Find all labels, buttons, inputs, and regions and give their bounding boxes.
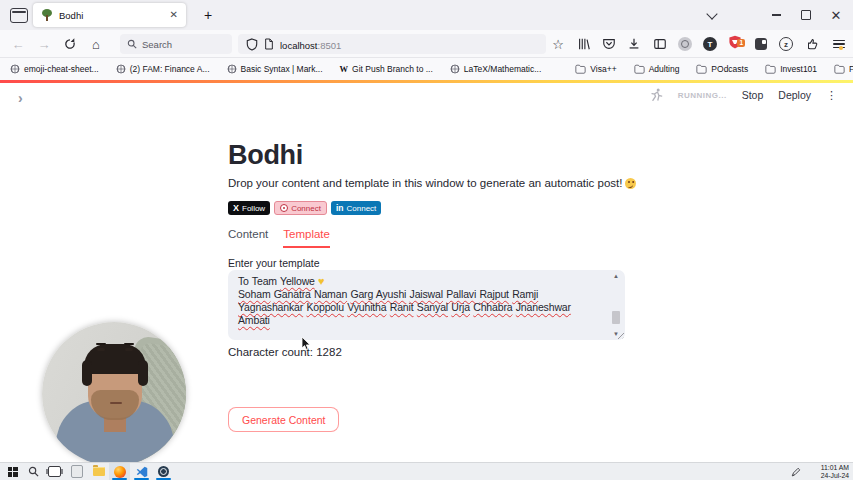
taskbar-clock[interactable]: 11:01 AM 24-Jul-24	[821, 464, 849, 479]
x-logo-icon: X	[233, 203, 239, 213]
globe-icon	[450, 64, 460, 74]
url-port: :8501	[318, 40, 342, 51]
url-host: localhost	[280, 40, 318, 51]
template-textarea-content: To Team Yellowe ♥Soham Ganatra Naman Gar…	[238, 275, 603, 340]
browser-tab[interactable]: Bodhi ✕	[33, 3, 186, 27]
instagram-camera-icon	[280, 204, 288, 212]
x-follow-badge[interactable]: X Follow	[228, 201, 270, 215]
back-icon[interactable]: ←	[6, 30, 30, 58]
bookmark-item[interactable]: W Git Push Branch to ...	[340, 64, 433, 74]
globe-icon	[116, 64, 126, 74]
clock-time: 11:01 AM	[821, 464, 849, 472]
page-info-icon[interactable]	[264, 38, 274, 50]
url-bar[interactable]: localhost:8501	[238, 34, 546, 54]
app-menu-icon[interactable]	[828, 30, 850, 58]
taskbar-search-icon[interactable]	[23, 463, 44, 480]
bookmark-item[interactable]: LaTeX/Mathematic...	[450, 64, 541, 74]
deploy-button[interactable]: Deploy	[778, 89, 811, 101]
search-placeholder: Search	[142, 39, 172, 50]
browser-navbar: ← → ⌂ Search localhost:8501 ☆ T 1	[0, 30, 853, 58]
bookmark-folder[interactable]: Adulting	[634, 64, 680, 74]
tab-content[interactable]: Content	[228, 228, 268, 248]
share-thumbsup-icon[interactable]	[801, 30, 823, 58]
stop-button[interactable]: Stop	[742, 89, 764, 101]
scrollbar-thumb[interactable]	[612, 311, 620, 324]
window-minimize-button[interactable]	[761, 0, 791, 30]
bookmark-folder[interactable]: Free-Time work ons	[834, 64, 853, 74]
start-button[interactable]	[2, 463, 23, 480]
search-icon	[127, 39, 137, 49]
windows-taskbar: 11:01 AM 24-Jul-24	[0, 462, 853, 480]
pocket-icon[interactable]	[598, 30, 620, 58]
list-all-tabs-icon[interactable]	[697, 0, 727, 30]
bookmark-folder[interactable]: POdcasts	[696, 64, 748, 74]
task-view-icon[interactable]	[44, 463, 65, 480]
generate-content-button[interactable]: Generate Content	[228, 407, 339, 432]
downloads-icon[interactable]	[623, 30, 645, 58]
tab-favicon-tree-icon	[41, 9, 53, 21]
extension-z-icon[interactable]: z	[775, 30, 797, 58]
tracking-shield-icon	[246, 38, 258, 51]
character-count: Character count: 1282	[228, 346, 342, 358]
reload-icon[interactable]	[58, 30, 82, 58]
windows-ink-pen-icon[interactable]	[791, 467, 801, 477]
bookmark-folder[interactable]: Invest101	[765, 64, 817, 74]
new-tab-button[interactable]: +	[197, 4, 219, 26]
pinned-app-icon[interactable]	[66, 463, 87, 480]
globe-icon	[10, 64, 20, 74]
extension-t-icon[interactable]: T	[699, 30, 721, 58]
mouse-cursor	[301, 336, 312, 351]
bookmark-item[interactable]: Basic Syntax | Mark...	[227, 64, 323, 74]
content-template-tabs: Content Template	[228, 228, 330, 248]
forward-icon[interactable]: →	[32, 30, 56, 58]
tab-title: Bodhi	[59, 10, 164, 21]
streamlit-toolbar: RUNNING... Stop Deploy ⋮	[650, 88, 837, 102]
extension-square-icon[interactable]	[750, 30, 772, 58]
adblock-badge: 1	[737, 39, 745, 47]
w-logo-icon: W	[340, 64, 349, 74]
social-badges: X Follow Connect in Connect	[228, 201, 381, 215]
template-field-label: Enter your template	[228, 257, 320, 269]
page-title: Bodhi	[228, 140, 303, 171]
file-explorer-icon[interactable]	[88, 463, 109, 480]
linkedin-logo-icon: in	[336, 203, 344, 213]
textarea-scrollbar[interactable]: ▲ ▼	[610, 273, 622, 337]
scroll-up-icon[interactable]: ▲	[610, 273, 622, 279]
folder-icon	[575, 64, 586, 74]
bookmark-item[interactable]: emoji-cheat-sheet...	[10, 64, 99, 74]
vscode-taskbar-icon[interactable]	[131, 463, 152, 480]
bookmark-item[interactable]: (2) FAM: Finance A...	[116, 64, 210, 74]
bookmark-folder[interactable]: Visa++	[575, 64, 616, 74]
folder-icon	[696, 64, 707, 74]
running-status: RUNNING...	[678, 91, 727, 100]
sidebars-icon[interactable]	[649, 30, 671, 58]
library-icon[interactable]	[573, 30, 595, 58]
firefox-view-icon[interactable]	[10, 8, 28, 23]
window-maximize-button[interactable]	[791, 0, 821, 30]
page-subtitle: Drop your content and template in this w…	[228, 177, 636, 189]
app-menu-kebab-icon[interactable]: ⋮	[826, 89, 837, 102]
window-close-button[interactable]: ✕	[821, 0, 851, 30]
browser-tab-strip: Bodhi ✕ + ✕	[0, 0, 853, 30]
woozy-face-emoji	[625, 178, 636, 189]
instagram-connect-badge[interactable]: Connect	[274, 201, 327, 215]
sidebar-expand-icon[interactable]: ›	[18, 90, 23, 106]
running-man-icon	[650, 88, 663, 102]
folder-icon	[834, 64, 845, 74]
adblock-shield-icon[interactable]: 1	[724, 30, 746, 58]
home-icon[interactable]: ⌂	[84, 30, 108, 58]
bookmarks-bar: emoji-cheat-sheet... (2) FAM: Finance A.…	[0, 58, 853, 80]
firefox-taskbar-icon[interactable]	[109, 463, 130, 480]
extension-clock-icon[interactable]	[674, 30, 696, 58]
tab-close-icon[interactable]: ✕	[170, 10, 178, 20]
tab-template[interactable]: Template	[283, 228, 330, 248]
search-input[interactable]: Search	[120, 34, 232, 54]
menu-notification-dot	[839, 46, 843, 50]
folder-icon	[765, 64, 776, 74]
bookmark-star-icon[interactable]: ☆	[547, 30, 569, 58]
linkedin-connect-badge[interactable]: in Connect	[331, 201, 381, 215]
obs-taskbar-icon[interactable]	[153, 463, 174, 480]
template-textarea[interactable]: To Team Yellowe ♥Soham Ganatra Naman Gar…	[228, 270, 625, 340]
globe-icon	[227, 64, 237, 74]
presenter-hair	[84, 344, 146, 374]
